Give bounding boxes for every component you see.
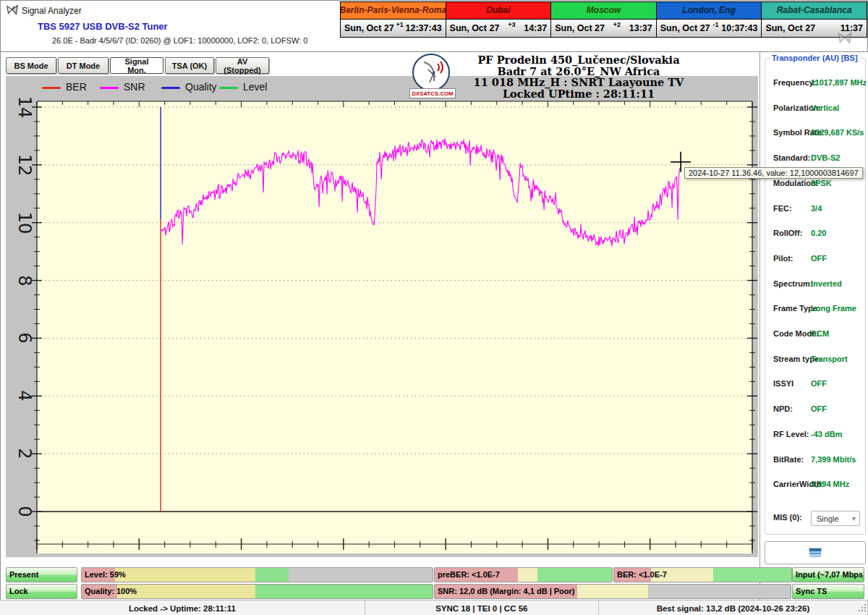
transponder-field-value: Inverted <box>811 279 842 288</box>
clock-date: Sun, Oct 27 <box>555 23 605 33</box>
transponder-field-value: DVB-S2 <box>811 153 840 162</box>
clock-city-header: Rabat-Casablanca <box>762 2 867 20</box>
mis-value: Single <box>817 514 839 523</box>
clock-time-cell: Sun, Oct 27+112:37:43 <box>341 20 446 37</box>
meter-segment <box>577 585 648 598</box>
meter-sync-ts: Sync TS <box>792 584 864 599</box>
meter-level: Level: 59% <box>81 567 433 582</box>
tuner-name: TBS 5927 USB DVB-S2 Tuner <box>38 21 168 32</box>
clock-date: Sun, Oct 27 <box>765 23 815 33</box>
chart-header-line3: 11 018 MHz_H : SNRT Laayoune TV <box>409 77 749 88</box>
transponder-group-box: Transponder (AU) [BS] Frequency:11017,89… <box>765 58 866 535</box>
transponder-field-label: FEC: <box>773 204 792 213</box>
transponder-field-label: Pilot: <box>773 254 793 263</box>
dxsatcs-logo-label: DXSATCS.COM <box>409 88 456 98</box>
chart-panel: BERSNRQualityLevel 02468101214 <box>6 76 758 557</box>
tab-tsa-ok-[interactable]: TSA (OK) <box>165 57 214 74</box>
tab-bs-mode[interactable]: BS Mode <box>6 57 56 74</box>
layout-button[interactable] <box>765 541 866 564</box>
meter-segment <box>255 585 433 598</box>
transponder-field-label: NPD: <box>773 404 793 413</box>
clock-date: Sun, Oct 27 <box>660 23 710 33</box>
meter-ber: BER: <1.0E-7 <box>613 567 792 582</box>
clock-column: DubaiSun, Oct 27+314:37 <box>446 2 552 37</box>
status-bar: Locked -> Uptime: 28:11:11SYNC 18 | TEI … <box>0 600 868 615</box>
clock-city-header: Dubai <box>446 2 551 20</box>
chart-header-line4: Locked UPtime : 28:11:11 <box>409 88 749 100</box>
meter-segment <box>117 585 256 598</box>
transponder-field-value: Long Frame <box>811 304 856 313</box>
transponder-field-value: -43 dBm <box>811 430 842 438</box>
chart-header: PF Prodelin 450_Lučenec/Slovakia Badr 7 … <box>409 54 749 99</box>
clock-date: Sun, Oct 27 <box>344 23 394 33</box>
app-satellite-icon <box>6 4 19 17</box>
statusbar-cell: Locked -> Uptime: 28:11:11 <box>0 601 365 615</box>
meter-input-7-07-mbps-: Input (~7,07 Mbps) <box>792 567 864 582</box>
clock-hms: 14:37 <box>524 23 547 33</box>
statusbar-cell: SYNC 18 | TEI 0 | CC 56 <box>365 601 599 615</box>
transponder-field-value: 11017,897 MHz <box>811 78 867 87</box>
statusbar-cell: Best signal: 13,2 dB (2024-10-26 23:26) <box>599 601 868 615</box>
signal-plot-area[interactable] <box>6 76 758 557</box>
meter-label: BER: <1.0E-7 <box>617 568 667 582</box>
meter-segment <box>289 568 433 582</box>
clock-utc-offset: -1 <box>710 21 722 28</box>
transponder-field-value: OFF <box>811 404 827 413</box>
transponder-field-value: 8PSK <box>811 179 832 187</box>
meter-preber: preBER: <1.0E-7 <box>434 567 613 582</box>
signal-analyzer-window: Signal Analyzer TBS 5927 USB DVB-S2 Tune… <box>0 0 868 615</box>
meter-label: Level: 59% <box>85 568 126 582</box>
transponder-field-value: 0.20 <box>811 229 826 237</box>
meter-label: SNR: 12,0 dB (Margin: 4,1 dB | Poor) <box>438 585 575 598</box>
clock-time-cell: Sun, Oct 27+314:37 <box>446 20 551 37</box>
meter-label: Present <box>9 568 38 582</box>
transponder-field-value: OFF <box>811 254 827 263</box>
world-clocks: Berlin-Paris-Vienna-RomaSun, Oct 27+112:… <box>340 1 867 38</box>
clock-city-header: London, Eng <box>657 2 762 20</box>
chart-header-line1: PF Prodelin 450_Lučenec/Slovakia <box>409 54 749 66</box>
transponder-field-label: Spectrum: <box>773 279 812 288</box>
cursor-tooltip: 2024-10-27 11.36.46, value: 12,100000381… <box>684 167 863 179</box>
transponder-field-label: BitRate: <box>773 455 804 464</box>
tuner-info: 26.0E - Badr 4/5/6/7 (ID: 0260) @ LOF1: … <box>52 36 307 45</box>
clock-time-cell: Sun, Oct 27+213:37 <box>551 20 656 37</box>
mis-dropdown[interactable]: Single ▾ <box>811 511 860 526</box>
transponder-panel: Transponder (AU) [BS] Frequency:11017,89… <box>761 52 868 600</box>
clock-column: Berlin-Paris-Vienna-RomaSun, Oct 27+112:… <box>341 2 446 37</box>
meter-label: Lock <box>9 585 28 598</box>
transponder-field-value: 7,399 Mbit/s <box>811 455 856 464</box>
tab-dt-mode[interactable]: DT Mode <box>58 57 109 74</box>
meter-label: Input (~7,07 Mbps) <box>796 568 864 582</box>
header-separator <box>0 51 868 52</box>
clock-column: MoscowSun, Oct 27+213:37 <box>551 2 657 37</box>
transponder-field-label: RF Level: <box>773 430 809 438</box>
meter-present: Present <box>6 567 77 582</box>
meter-quality: Quality: 100% <box>81 584 433 599</box>
meter-snr: SNR: 12,0 dB (Margin: 4,1 dB | Poor) <box>434 584 791 599</box>
meter-segment <box>115 568 255 582</box>
transponder-field-value: CCM <box>811 329 829 338</box>
tab-av-stopped-[interactable]: AV (Stopped) <box>216 57 269 74</box>
clock-hms: 12:37:43 <box>406 23 442 33</box>
transponder-field-value: Transport <box>811 355 848 363</box>
transponder-field-value: OFF <box>811 379 827 388</box>
chevron-down-icon: ▾ <box>852 514 856 522</box>
meter-segment <box>537 568 612 582</box>
meter-segment <box>713 568 791 582</box>
clock-date: Sun, Oct 27 <box>450 23 500 33</box>
meter-lock: Lock <box>6 584 77 599</box>
satellite-watermark-icon <box>836 30 854 46</box>
transponder-field-label: Standard: <box>773 153 810 162</box>
transponder-field-value: 3,994 MHz <box>811 480 849 488</box>
resize-grip[interactable] <box>857 603 867 612</box>
clock-utc-offset: +3 <box>499 21 524 28</box>
clock-column: London, EngSun, Oct 27-110:37:43 <box>657 2 762 37</box>
clock-time-cell: Sun, Oct 27-110:37:43 <box>657 20 762 37</box>
meter-label: Sync TS <box>796 585 827 598</box>
tab-signal-mon-[interactable]: Signal Mon. <box>110 57 163 74</box>
meter-label: preBER: <1.0E-7 <box>438 568 500 582</box>
clock-city-header: Berlin-Paris-Vienna-Roma <box>341 2 446 20</box>
dxsatcs-logo <box>412 54 450 91</box>
clock-city-header: Moscow <box>551 2 656 20</box>
clock-utc-offset: +2 <box>605 21 629 28</box>
